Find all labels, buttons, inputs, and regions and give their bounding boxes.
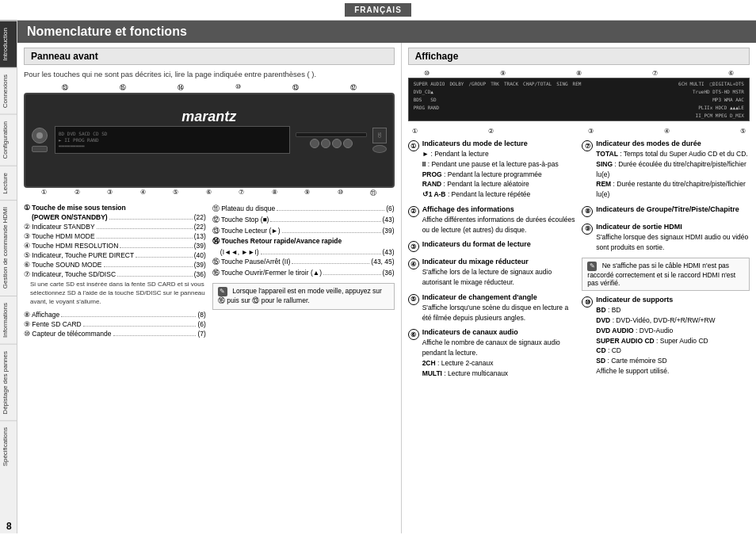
label-7: ⑦ — [239, 189, 244, 197]
disp-label-3: ③ — [588, 128, 594, 135]
note-icon: ✎ — [218, 287, 227, 296]
label-2: ② — [74, 189, 80, 197]
desc-right: ⑦ Indicateur des modes de durée TOTAL : … — [582, 139, 750, 384]
desc-1: ① Indicateurs du mode de lecture ► : Pen… — [408, 139, 576, 200]
feature-15: ⑮ Touche Pause/Arrêt (II) (43, 45) — [212, 257, 395, 267]
disp-label-7: ⑦ — [652, 70, 658, 77]
feature-16: ⑯ Touche Ouvrir/Fermer le tiroir (▲) (36… — [212, 268, 395, 278]
desc-2: ② Affichage des informations Affiche dif… — [408, 205, 576, 235]
label-10: ⑩ — [235, 83, 241, 92]
feature-7-note: Si une carte SD est insérée dans la fent… — [30, 280, 206, 307]
desc-10: ⑩ Indicateur de supports BD : BD DVD : D… — [582, 296, 750, 376]
note-text: Lorsque l'appareil est en mode veille, a… — [218, 287, 382, 304]
desc-9: ⑨ Indicateur de sortie HDMI S'affiche lo… — [582, 223, 750, 253]
feature-1: ① Touche de mise sous tension — [24, 204, 206, 212]
feature-11: ⑪ Plateau du disque (6) — [212, 204, 395, 214]
sidebar-item-lecture[interactable]: Lecture — [0, 166, 17, 201]
sidebar-item-configuration[interactable]: Configuration — [0, 114, 17, 166]
left-column: Panneau avant Pour les touches qui ne so… — [17, 43, 402, 533]
disp-label-6: ⑥ — [728, 70, 734, 77]
feature-8: ⑧ Affichage (8) — [24, 310, 206, 319]
desc-3: ③ Indicateurs du format de lecture — [408, 240, 576, 252]
sidebar-item-introduction[interactable]: Introduction — [0, 21, 17, 67]
feature-13: ⑬ Touche Lecteur (►) (39) — [212, 226, 395, 236]
label-5: ⑤ — [173, 189, 178, 197]
disp-label-2: ② — [488, 128, 494, 135]
descriptions: ① Indicateurs du mode de lecture ► : Pen… — [408, 139, 750, 384]
main-layout: Introduction Connexions Configuration Le… — [0, 21, 756, 533]
brand-name: marantz — [181, 109, 236, 125]
sidebar: Introduction Connexions Configuration Le… — [0, 21, 17, 533]
main-content: Nomenclature et fonctions Panneau avant … — [17, 21, 756, 533]
sidebar-item-connexions[interactable]: Connexions — [0, 67, 17, 114]
sidebar-item-informations[interactable]: Informations — [0, 296, 17, 344]
desc-6: ⑥ Indicateurs de canaux audio Affiche le… — [408, 328, 576, 378]
display-content: SUPER AUDIO DOLBY /GROUP TRK TRACK CHAP/… — [414, 81, 744, 118]
label-14: ⑭ — [178, 83, 184, 92]
desc-left: ① Indicateurs du mode de lecture ► : Pen… — [408, 139, 576, 384]
right-column: Affichage ⑩ ⑨ ⑧ ⑦ ⑥ S — [402, 43, 756, 533]
display-screen: SUPER AUDIO DOLBY /GROUP TRK TRACK CHAP/… — [408, 78, 750, 121]
label-4: ④ — [140, 189, 146, 197]
note-box: ✎ Lorsque l'appareil est en mode veille,… — [212, 283, 395, 310]
sidebar-item-specifications[interactable]: Spécifications — [0, 420, 17, 472]
feature-4: ④ Touche HDMI RESOLUTION (39) — [24, 241, 206, 250]
disp-label-4: ④ — [664, 128, 670, 135]
top-bar: FRANÇAIS — [0, 0, 756, 21]
label-10b: ⑩ — [338, 189, 343, 197]
disp-label-10: ⑩ — [424, 70, 430, 77]
desc-5: ⑤ Indicateur de changement d'angle S'aff… — [408, 293, 576, 323]
feature-2: ② Indicateur STANDBY (22) — [24, 222, 206, 231]
disp-label-1: ① — [412, 128, 418, 135]
hdmi-note: ✎ Ne s'affiche pas si le câble HDMI n'es… — [582, 258, 750, 291]
label-9: ⑨ — [304, 189, 310, 197]
features-list: ① Touche de mise sous tension (POWER ON/… — [24, 204, 395, 338]
sidebar-item-gestion[interactable]: Gestion de commande HDMI — [0, 200, 17, 295]
disp-label-8: ⑧ — [576, 70, 582, 77]
panneau-avant-title: Panneau avant — [24, 48, 395, 65]
sidebar-item-depistage[interactable]: Dépistage des pannes — [0, 344, 17, 421]
note-icon-2: ✎ — [587, 262, 597, 271]
feature-6: ⑥ Touche SOUND MODE (39) — [24, 260, 206, 269]
two-column-layout: Panneau avant Pour les touches qui ne so… — [17, 43, 756, 533]
label-11: ⑪ — [370, 189, 376, 197]
desc-4: ④ Indicateur du mixage réducteur S'affic… — [408, 258, 576, 288]
feature-14b: (I◄◄, ►►I) (43) — [212, 247, 395, 256]
label-3: ③ — [107, 189, 113, 197]
language-selector[interactable]: FRANÇAIS — [345, 3, 411, 17]
feature-12: ⑫ Touche Stop (■) (43) — [212, 215, 395, 225]
feature-9: ⑨ Fente SD CARD (6) — [24, 319, 206, 328]
features-left: ① Touche de mise sous tension (POWER ON/… — [24, 204, 206, 338]
affichage-title: Affichage — [408, 48, 750, 65]
label-6: ⑥ — [206, 189, 212, 197]
feature-7: ⑦ Indicateur, Touche SD/DISC (36) — [24, 269, 206, 278]
feature-3: ③ Touche HDMI MODE (13) — [24, 231, 206, 240]
label-15: ⑮ — [120, 83, 126, 92]
disp-label-9: ⑨ — [500, 70, 506, 77]
device-front-panel: marantz — [24, 93, 395, 188]
desc-7: ⑦ Indicateur des modes de durée TOTAL : … — [582, 139, 750, 200]
hdmi-note-text: Ne s'affiche pas si le câble HDMI n'est … — [587, 262, 735, 287]
label-13a: ⑬ — [62, 83, 68, 92]
display-section: ⑩ ⑨ ⑧ ⑦ ⑥ SUPER AUDIO DOLBY /GROUP — [408, 70, 750, 135]
device-image: ⑬ ⑮ ⑭ ⑩ ⑬ ⑫ marantz — [24, 83, 395, 197]
disp-label-5: ⑤ — [740, 128, 746, 135]
feature-10: ⑩ Capteur de télécommande (7) — [24, 329, 206, 338]
label-1: ① — [41, 189, 47, 197]
desc-8: ⑧ Indicateurs de Groupe/Titre/Piste/Chap… — [582, 205, 750, 217]
features-right: ⑪ Plateau du disque (6) ⑫ Touche Stop (■… — [212, 204, 395, 338]
page-title: Nomenclature et fonctions — [17, 21, 756, 43]
label-13b: ⑬ — [292, 83, 299, 92]
feature-14: ⑭ Touches Retour rapide/Avance rapide — [212, 237, 395, 246]
label-12: ⑫ — [350, 83, 357, 92]
feature-5: ⑤ Indicateur, Touche PURE DIRECT (40) — [24, 250, 206, 259]
intro-text: Pour les touches qui ne sont pas décrite… — [24, 70, 395, 78]
label-8: ⑧ — [272, 189, 277, 197]
feature-1b: (POWER ON/STANDBY) (22) — [24, 212, 206, 221]
